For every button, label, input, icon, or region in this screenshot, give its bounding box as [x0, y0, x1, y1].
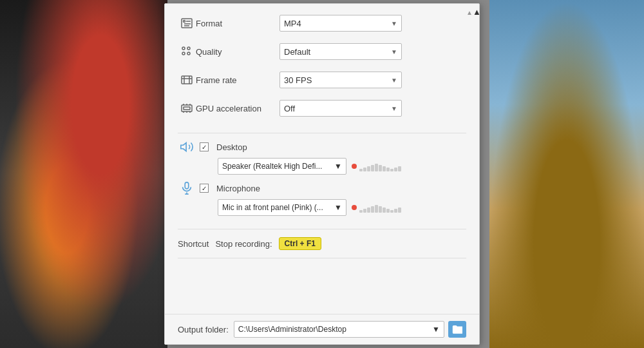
format-label: Format	[196, 19, 279, 28]
browse-folder-button[interactable]	[448, 321, 466, 338]
desktop-label: Desktop	[216, 142, 247, 152]
vol-bar	[383, 208, 386, 213]
gpu-row: GPU acceleration Off ▼	[178, 97, 466, 120]
vol-bar	[390, 169, 393, 171]
vol-bar	[359, 210, 363, 213]
vol-bar	[371, 206, 374, 213]
quality-label: Quality	[196, 47, 279, 57]
vol-bar	[363, 168, 366, 171]
vol-bar	[398, 166, 401, 171]
gpu-icon	[178, 102, 196, 115]
background-left	[0, 0, 167, 348]
framerate-icon	[178, 73, 196, 86]
desktop-device-row: Speaker (Realtek High Defi... ▼	[218, 158, 466, 175]
framerate-value: 30 FPS	[284, 75, 312, 85]
format-icon	[178, 17, 196, 30]
quality-arrow: ▼	[391, 48, 397, 55]
svg-point-5	[182, 47, 185, 50]
microphone-checkbox[interactable]: ✓	[200, 184, 209, 193]
settings-panel: ▲ Format MP4 ▼	[164, 3, 480, 345]
quality-control: Default ▼	[279, 43, 466, 60]
microphone-volume-indicator	[352, 202, 401, 213]
microphone-label: Microphone	[216, 184, 260, 193]
framerate-label: Frame rate	[196, 75, 279, 85]
quality-icon	[178, 45, 196, 58]
format-arrow: ▼	[391, 20, 397, 27]
svg-point-8	[187, 52, 190, 55]
stop-recording-key[interactable]: Ctrl + F1	[279, 237, 321, 250]
desktop-checkbox[interactable]: ✓	[200, 142, 209, 151]
background-right	[489, 0, 644, 348]
desktop-vol-dot	[352, 164, 357, 169]
output-path-arrow: ▼	[432, 325, 440, 334]
vol-bar	[359, 169, 363, 171]
vol-bar	[383, 166, 386, 171]
vol-bar	[394, 209, 397, 213]
microphone-device-dropdown[interactable]: Mic in at front panel (Pink) (... ▼	[218, 199, 346, 216]
microphone-audio-row: ✓ Microphone	[178, 181, 466, 195]
microphone-vol-dot	[352, 205, 357, 210]
background-left-figure	[0, 0, 167, 348]
scroll-up-indicator[interactable]: ▲	[466, 7, 474, 15]
vol-bar	[367, 208, 370, 213]
framerate-control: 30 FPS ▼	[279, 72, 466, 88]
vol-bar	[371, 165, 374, 171]
gpu-control: Off ▼	[279, 100, 466, 117]
svg-rect-9	[182, 76, 192, 84]
format-control: MP4 ▼	[279, 15, 466, 32]
vol-bar	[363, 209, 366, 213]
svg-rect-0	[182, 19, 192, 28]
microphone-device-row: Mic in at front panel (Pink) (... ▼	[218, 199, 466, 216]
desktop-audio-icon	[178, 140, 196, 154]
desktop-device-text: Speaker (Realtek High Defi...	[222, 162, 322, 171]
format-dropdown[interactable]: MP4 ▼	[279, 15, 402, 32]
svg-rect-14	[184, 107, 190, 110]
quality-value: Default	[284, 47, 310, 57]
output-label: Output folder:	[178, 325, 229, 334]
svg-point-1	[184, 21, 185, 23]
quality-row: Quality Default ▼	[178, 40, 466, 63]
framerate-row: Frame rate 30 FPS ▼	[178, 68, 466, 92]
vol-bar	[394, 168, 397, 171]
shortcut-section: Shortcut Stop recording: Ctrl + F1	[165, 229, 479, 258]
microphone-device-arrow: ▼	[334, 203, 342, 212]
video-settings-section: Format MP4 ▼ Quality Def	[165, 4, 479, 133]
output-path-dropdown[interactable]: C:\Users\Administrator\Desktop ▼	[234, 321, 444, 338]
vol-bar	[390, 210, 393, 213]
format-row: Format MP4 ▼	[178, 12, 466, 35]
background-right-scene	[489, 0, 644, 348]
desktop-device-arrow: ▼	[334, 162, 342, 171]
svg-point-7	[182, 52, 185, 55]
vol-bar	[367, 166, 370, 171]
gpu-value: Off	[284, 104, 295, 113]
microphone-device-text: Mic in at front panel (Pink) (...	[222, 203, 323, 212]
gpu-label: GPU acceleration	[196, 104, 279, 113]
vol-bar	[398, 208, 401, 213]
format-value: MP4	[284, 19, 301, 28]
microphone-vol-bars	[359, 202, 401, 213]
vol-bar	[386, 168, 390, 171]
output-section: Output folder: C:\Users\Administrator\De…	[165, 314, 479, 344]
microphone-icon	[178, 181, 196, 195]
desktop-audio-row: ✓ Desktop	[178, 140, 466, 154]
vol-bar	[379, 165, 382, 171]
desktop-checkbox-wrapper: ✓	[200, 142, 209, 151]
framerate-dropdown[interactable]: 30 FPS ▼	[279, 72, 402, 88]
vol-bar	[375, 205, 378, 213]
vol-bar	[386, 209, 390, 213]
quality-dropdown[interactable]: Default ▼	[279, 43, 402, 60]
gpu-dropdown[interactable]: Off ▼	[279, 100, 402, 117]
desktop-vol-bars	[359, 161, 401, 171]
shortcut-label: Shortcut	[178, 239, 209, 249]
svg-rect-22	[185, 182, 189, 189]
stop-recording-label: Stop recording:	[215, 239, 272, 249]
microphone-checkbox-wrapper: ✓	[200, 184, 209, 193]
desktop-device-dropdown[interactable]: Speaker (Realtek High Defi... ▼	[218, 158, 346, 175]
framerate-arrow: ▼	[391, 77, 397, 84]
vol-bar	[375, 164, 378, 171]
desktop-volume-indicator	[352, 161, 401, 171]
divider-3	[178, 258, 466, 258]
audio-section: ✓ Desktop Speaker (Realtek High Defi... …	[165, 133, 479, 229]
gpu-arrow: ▼	[391, 105, 397, 112]
vol-bar	[379, 206, 382, 213]
